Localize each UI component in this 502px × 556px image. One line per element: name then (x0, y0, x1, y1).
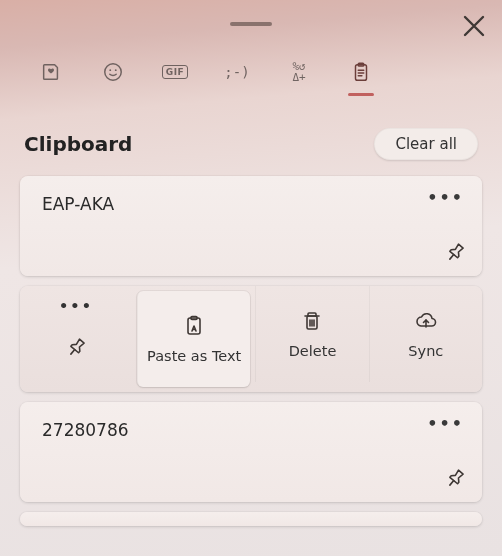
item-more-button[interactable]: ••• (427, 188, 464, 207)
close-icon (462, 14, 486, 38)
action-label: Delete (289, 343, 337, 359)
tab-gif[interactable]: GIF (158, 54, 192, 90)
svg-point-0 (105, 64, 122, 81)
item-pin-button[interactable] (442, 466, 468, 492)
item-actions-row: ••• Paste as Text Delete Sync (20, 286, 482, 392)
close-button[interactable] (460, 12, 488, 40)
tab-emoji[interactable] (96, 54, 130, 90)
item-pin-button[interactable] (442, 240, 468, 266)
sticker-heart-icon (40, 61, 62, 83)
section-header: Clipboard Clear all (0, 102, 502, 170)
action-paste-as-text[interactable]: Paste as Text (137, 291, 250, 387)
item-actions-lead: ••• (20, 286, 132, 382)
title-bar (0, 0, 502, 48)
symbols-icon: %↺Δ+ (292, 61, 305, 83)
clipboard-list: EAP-AKA ••• ••• Paste as Text Delete (0, 170, 502, 526)
pin-icon (59, 331, 93, 365)
trash-icon (300, 309, 324, 333)
clipboard-item-text: EAP-AKA (42, 194, 460, 214)
tab-symbols[interactable]: %↺Δ+ (282, 54, 316, 90)
drag-handle[interactable] (230, 22, 272, 26)
item-more-button[interactable]: ••• (20, 298, 132, 314)
action-label: Sync (408, 343, 443, 359)
action-label: Paste as Text (147, 348, 241, 364)
clipboard-icon (350, 61, 372, 83)
pin-icon (443, 241, 467, 265)
pin-icon (443, 467, 467, 491)
tab-recent[interactable] (34, 54, 68, 90)
emoji-icon (102, 61, 124, 83)
item-pin-button[interactable] (64, 336, 88, 360)
clipboard-item-cutoff[interactable] (20, 512, 482, 526)
gif-icon: GIF (162, 65, 188, 79)
svg-point-2 (115, 69, 117, 71)
kaomoji-icon: ;-) (224, 64, 249, 80)
action-delete[interactable]: Delete (255, 286, 368, 382)
clipboard-item[interactable]: EAP-AKA ••• (20, 176, 482, 276)
clipboard-item[interactable]: 27280786 ••• (20, 402, 482, 502)
cloud-sync-icon (414, 309, 438, 333)
tab-clipboard[interactable] (344, 54, 378, 90)
action-sync[interactable]: Sync (369, 286, 482, 382)
section-title: Clipboard (24, 132, 132, 156)
tab-kaomoji[interactable]: ;-) (220, 54, 254, 90)
paste-text-icon (182, 314, 206, 338)
svg-point-1 (109, 69, 111, 71)
clipboard-item-text: 27280786 (42, 420, 460, 440)
item-more-button[interactable]: ••• (427, 414, 464, 433)
clear-all-button[interactable]: Clear all (374, 128, 478, 160)
category-tabs: GIF ;-) %↺Δ+ (0, 48, 502, 102)
